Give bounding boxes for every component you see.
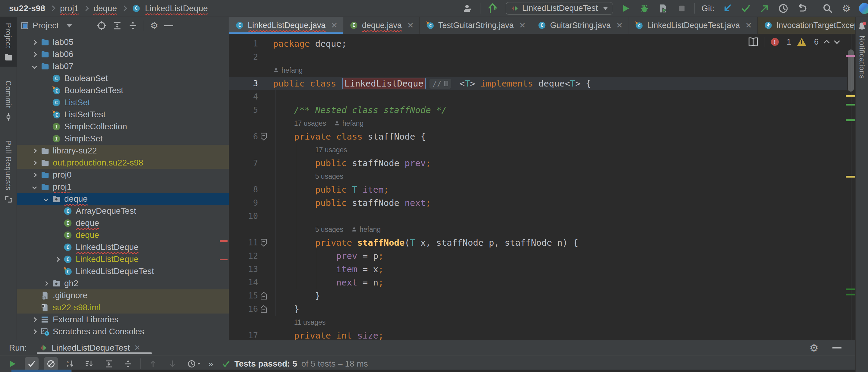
expand-all-icon[interactable] xyxy=(102,357,116,371)
code-line-4[interactable]: 4 xyxy=(229,90,847,103)
editor-tab-testguitarstring-java[interactable]: CTestGuitarString.java✕ xyxy=(420,17,531,34)
tree-chevron-right-icon[interactable] xyxy=(29,173,40,177)
notifications-bell-icon[interactable] xyxy=(858,22,867,31)
project-settings-gear-icon[interactable]: ⚙ xyxy=(150,21,158,30)
run-tab[interactable]: LinkedListDequeTest ✕ xyxy=(39,343,141,353)
run-button[interactable] xyxy=(620,2,632,14)
selected-test-row[interactable] xyxy=(11,370,71,372)
next-problem-icon[interactable] xyxy=(834,38,840,44)
code-line-7[interactable]: 7 public staffNode prev; xyxy=(229,156,847,170)
tree-chevron-right-icon[interactable] xyxy=(29,41,40,44)
tree-item-arraydequetest[interactable]: CArrayDequeTest xyxy=(17,205,229,217)
code-line-2[interactable]: 2 xyxy=(229,50,847,64)
tree-chevron-right-icon[interactable] xyxy=(40,282,52,285)
sidebar-tab-pull-requests[interactable]: Pull Requests xyxy=(0,134,17,209)
toolbar-more-icon[interactable]: » xyxy=(208,359,213,369)
fold-close-icon[interactable] xyxy=(260,305,268,313)
tree-item-lab06[interactable]: lab06 xyxy=(17,48,229,60)
tree-item-scratches-and-consoles[interactable]: Scratches and Consoles xyxy=(17,326,229,338)
sort-by-duration-icon[interactable] xyxy=(83,357,96,371)
usages-hint[interactable]: 17 usages xyxy=(315,146,347,154)
git-push-icon[interactable] xyxy=(758,2,771,14)
run-settings-gear-icon[interactable]: ⚙ xyxy=(809,343,818,353)
fold-open-icon[interactable] xyxy=(260,132,268,141)
git-update-icon[interactable] xyxy=(721,2,733,14)
tree-chevron-right-icon[interactable] xyxy=(29,149,40,153)
breadcrumb-item[interactable]: proj1 xyxy=(60,4,79,13)
user-account-icon[interactable] xyxy=(461,2,473,14)
code-line-10[interactable]: 10 xyxy=(229,210,847,223)
rerun-tests-button[interactable] xyxy=(5,357,19,371)
tree-item-gh2[interactable]: gh2 xyxy=(17,277,229,289)
project-panel-title[interactable]: Project xyxy=(33,21,59,30)
author-hint[interactable]: hefang xyxy=(273,66,303,74)
show-ignored-toggle[interactable] xyxy=(44,357,58,371)
hide-panel-icon[interactable] xyxy=(164,25,173,26)
collapse-all-icon[interactable] xyxy=(128,21,138,30)
close-icon[interactable]: ✕ xyxy=(745,21,752,30)
author-hint[interactable]: hefang xyxy=(334,119,364,127)
run-with-coverage-button[interactable] xyxy=(657,2,669,14)
code-line-5[interactable]: 5 /** Nested class staffNode */ xyxy=(229,103,847,117)
hide-run-panel-icon[interactable] xyxy=(832,347,841,348)
breadcrumb-item[interactable]: deque xyxy=(93,4,117,13)
close-icon[interactable]: ✕ xyxy=(134,343,141,352)
tree-chevron-down-icon[interactable] xyxy=(29,65,40,68)
test-history-icon[interactable] xyxy=(185,357,203,371)
reader-mode-book-icon[interactable] xyxy=(748,37,758,47)
build-project-icon[interactable] xyxy=(487,2,499,14)
breadcrumb-item[interactable]: su22-s98 xyxy=(9,4,45,13)
rollback-icon[interactable] xyxy=(796,2,808,14)
code-line-6[interactable]: 6 private class staffNode { xyxy=(229,130,847,143)
tree-item-linkedlistdeque[interactable]: CLinkedListDeque xyxy=(17,253,229,265)
chevron-down-icon[interactable] xyxy=(67,24,72,27)
editor-tab-invocationtargetexception-java[interactable]: InvocationTargetException.java✕ xyxy=(758,17,868,34)
close-icon[interactable]: ✕ xyxy=(407,21,414,30)
tree-chevron-right-icon[interactable] xyxy=(52,258,63,261)
tree-chevron-down-icon[interactable] xyxy=(29,185,40,189)
inspections-widget[interactable]: ! 1 6 xyxy=(748,37,839,47)
ide-sphere-icon[interactable] xyxy=(859,3,868,14)
code-line-13[interactable]: 13 item = x; xyxy=(229,262,847,276)
history-icon[interactable] xyxy=(777,2,789,14)
previous-failed-test-icon[interactable] xyxy=(146,357,160,371)
collapse-all-icon[interactable] xyxy=(121,357,135,371)
tree-chevron-right-icon[interactable] xyxy=(29,318,40,321)
code-line-3[interactable]: 3public class LinkedListDeque// <T> impl… xyxy=(229,77,847,90)
tree-item-listset[interactable]: CListSet xyxy=(17,96,229,108)
previous-problem-icon[interactable] xyxy=(824,40,830,46)
tree-chevron-down-icon[interactable] xyxy=(40,197,52,201)
show-passed-toggle[interactable] xyxy=(25,357,38,371)
usages-hint[interactable]: 17 usages xyxy=(294,119,326,127)
editor-tab-guitarstring-java[interactable]: CGuitarString.java✕ xyxy=(531,17,628,34)
git-commit-icon[interactable] xyxy=(740,2,752,14)
tree-item-simplecollection[interactable]: ISimpleCollection xyxy=(17,121,229,133)
tree-item-deque[interactable]: Ideque xyxy=(17,217,229,229)
tree-chevron-right-icon[interactable] xyxy=(29,330,40,333)
tree-item-booleansettest[interactable]: CBooleanSetTest xyxy=(17,85,229,96)
sidebar-tab-commit[interactable]: Commit xyxy=(0,74,17,126)
tree-item-out-production-su22-s98[interactable]: out.production.su22-s98 xyxy=(17,157,229,169)
code-line-11[interactable]: 11 private staffNode(T x, staffNode p, s… xyxy=(229,236,847,249)
usages-hint[interactable]: 5 usages xyxy=(315,173,343,181)
tree-item-simpleset[interactable]: ISimpleSet xyxy=(17,133,229,145)
debug-button[interactable] xyxy=(638,2,650,14)
tree-item-lab05[interactable]: lab05 xyxy=(17,36,229,48)
tree-item-linkedlistdeque[interactable]: CLinkedListDeque xyxy=(17,241,229,253)
code-editor[interactable]: 1package deque;2hefang3public class Link… xyxy=(229,34,855,340)
usages-hint[interactable]: 5 usages xyxy=(315,225,343,234)
tree-item-lab07[interactable]: lab07 xyxy=(17,60,229,72)
tree-item-library-su22[interactable]: library-su22 xyxy=(17,145,229,157)
next-failed-test-icon[interactable] xyxy=(165,357,179,371)
sort-alphabetically-icon[interactable]: az xyxy=(63,357,77,371)
expand-all-icon[interactable] xyxy=(113,21,122,30)
run-configuration-selector[interactable]: LinkedListDequeTest xyxy=(506,2,613,15)
inline-hint-chip[interactable]: // xyxy=(430,79,451,89)
editor-tab-linkedlistdeque-java[interactable]: CLinkedListDeque.java✕ xyxy=(229,17,343,34)
tree-item-listsettest[interactable]: CListSetTest xyxy=(17,108,229,121)
tree-item-deque[interactable]: Ideque xyxy=(17,229,229,241)
tree-item-external-libraries[interactable]: External Libraries xyxy=(17,313,229,326)
locate-file-icon[interactable] xyxy=(97,21,106,30)
sidebar-tab-project[interactable]: Project xyxy=(0,17,17,67)
editor-tab-linkedlistdequetest-java[interactable]: CLinkedListDequeTest.java✕ xyxy=(628,17,758,34)
